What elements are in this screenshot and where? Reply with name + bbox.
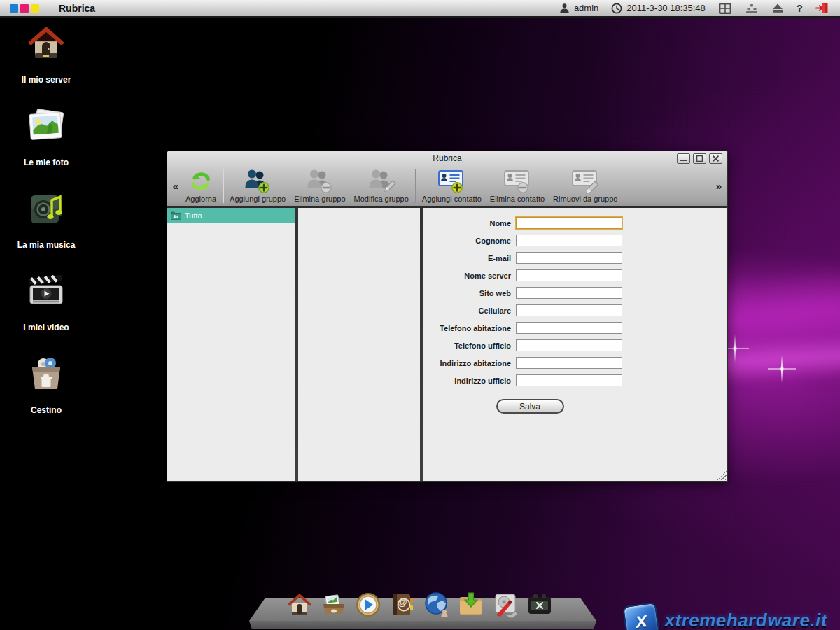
desktop-icon-videos[interactable]: I miei video	[23, 271, 69, 332]
dock-network-globe[interactable]	[423, 590, 450, 619]
delete-contact-icon	[502, 168, 533, 195]
form-row-telefono-ufficio: Telefono ufficio	[428, 340, 632, 351]
refresh-button[interactable]: Aggiorna	[181, 165, 220, 206]
toolbar-separator	[415, 169, 416, 203]
toolbar-scroll-left-icon[interactable]: «	[170, 165, 181, 206]
edit-group-icon	[367, 168, 396, 195]
network-globe-icon	[424, 592, 450, 618]
system-logo-icon[interactable]	[10, 4, 39, 13]
nome-field[interactable]	[516, 217, 622, 229]
form-row-indirizzo-abitazione: Indirizzo abitazione	[428, 357, 632, 369]
music-icon	[25, 188, 67, 230]
user-menu[interactable]: admin	[559, 3, 598, 13]
cognome-field[interactable]	[516, 234, 622, 246]
dock-toolbox[interactable]	[526, 590, 553, 619]
form-row-sito-web: Sito web	[428, 287, 632, 299]
help-icon[interactable]: ?	[797, 2, 803, 14]
desktop-icon-label: Cestino	[31, 405, 62, 415]
minimize-button[interactable]	[677, 153, 690, 164]
delete-group-button[interactable]: Elimina gruppo	[290, 165, 349, 206]
toolbar-label: Modifica gruppo	[354, 195, 409, 204]
contact-form: Nome Cognome E-mail Nome server	[428, 217, 632, 414]
network-icon[interactable]	[745, 3, 759, 14]
top-menu-bar: Rubrica admin 2011-3-30 18:35:48	[0, 0, 840, 18]
server-home-icon	[25, 23, 67, 65]
toolbar-label: Aggiungi contatto	[422, 195, 482, 204]
desktop-icon-trash[interactable]: Cestino	[25, 354, 67, 415]
delete-contact-button[interactable]: Elimina contatto	[486, 165, 549, 206]
save-button[interactable]: Salva	[496, 399, 564, 414]
window-grid-icon[interactable]	[718, 2, 732, 15]
user-icon	[559, 3, 570, 13]
desktop-icon-list: Il mio server Le mie foto	[10, 23, 83, 436]
contact-form-panel: Nome Cognome E-mail Nome server	[424, 208, 727, 481]
toolbar-label: Elimina contatto	[490, 195, 545, 204]
dock-downloads[interactable]	[457, 590, 484, 619]
datetime-text: 2011-3-30 18:35:48	[626, 3, 706, 13]
desktop-icon-label: Le mie foto	[24, 158, 69, 167]
active-app-title: Rubrica	[59, 3, 95, 14]
telefono-abitazione-field[interactable]	[516, 322, 622, 334]
refresh-icon	[188, 168, 214, 195]
cellulare-field[interactable]	[516, 304, 622, 316]
add-contact-button[interactable]: Aggiungi contatto	[418, 165, 486, 206]
edit-group-button[interactable]: Modifica gruppo	[350, 165, 413, 206]
desktop-icon-label: I miei video	[23, 323, 69, 332]
toolbar-label: Aggiungi gruppo	[230, 195, 286, 204]
logout-icon[interactable]	[816, 2, 829, 14]
add-group-button[interactable]: Aggiungi gruppo	[225, 165, 290, 206]
clock-display: 2011-3-30 18:35:48	[611, 3, 706, 14]
desktop-background: Il mio server Le mie foto	[0, 18, 840, 630]
eject-icon[interactable]	[771, 3, 784, 13]
maximize-button[interactable]	[693, 153, 706, 164]
at-glyph: @	[398, 596, 407, 608]
nome-server-field[interactable]	[516, 270, 622, 281]
indirizzo-abitazione-field[interactable]	[516, 357, 622, 369]
dock-disk-tools[interactable]	[491, 590, 519, 619]
group-folder-icon	[170, 211, 181, 220]
dock-address-book[interactable]: @	[388, 590, 416, 619]
toolbox-icon	[526, 592, 553, 618]
user-name: admin	[574, 3, 598, 13]
dock-photos[interactable]	[320, 590, 347, 619]
logo-blue-square	[10, 4, 18, 13]
form-row-email: E-mail	[428, 252, 632, 264]
field-label: Cellulare	[428, 307, 516, 315]
toolbar-scroll-right-icon[interactable]: »	[713, 165, 724, 206]
telefono-ufficio-field[interactable]	[516, 340, 622, 351]
contacts-list-panel[interactable]	[298, 208, 420, 481]
add-contact-icon	[436, 168, 467, 195]
indirizzo-ufficio-field[interactable]	[516, 374, 622, 386]
remove-from-group-button[interactable]: Rimuovi da gruppo	[549, 165, 622, 206]
field-label: Sito web	[428, 289, 516, 298]
toolbar: « Aggiorna	[167, 165, 727, 206]
logo-magenta-square	[20, 4, 29, 13]
field-label: Nome	[428, 219, 516, 227]
field-label: Indirizzo ufficio	[428, 377, 516, 385]
desktop-icon-photos[interactable]: Le mie foto	[24, 106, 69, 167]
sito-web-field[interactable]	[516, 287, 622, 299]
trash-icon	[25, 354, 67, 396]
disk-tools-icon	[492, 592, 519, 618]
form-row-indirizzo-ufficio: Indirizzo ufficio	[428, 374, 632, 386]
dock-media-player[interactable]	[354, 590, 382, 619]
window-header[interactable]: Rubrica «	[167, 151, 727, 208]
media-player-icon	[355, 592, 382, 618]
desktop-icon-music[interactable]: La mia musica	[18, 188, 76, 250]
xtremehardware-logo-icon: x	[622, 602, 660, 630]
close-button[interactable]	[709, 153, 722, 164]
field-label: Telefono abitazione	[428, 324, 516, 332]
group-label: Tutto	[185, 211, 202, 220]
desktop-icon-server[interactable]: Il mio server	[22, 23, 71, 85]
videos-icon	[25, 271, 67, 313]
toolbar-separator	[223, 169, 223, 203]
form-row-nome: Nome	[428, 217, 632, 229]
group-item-tutto[interactable]: Tutto	[167, 208, 295, 223]
dock-home[interactable]	[286, 590, 313, 619]
xtremehardware-watermark: x xtremehardware.it	[624, 604, 827, 630]
watermark-text: xtremehardware.it	[665, 610, 827, 630]
delete-group-icon	[305, 168, 335, 195]
dock: @	[249, 590, 596, 630]
email-field[interactable]	[516, 252, 622, 264]
clock-icon	[611, 3, 622, 14]
